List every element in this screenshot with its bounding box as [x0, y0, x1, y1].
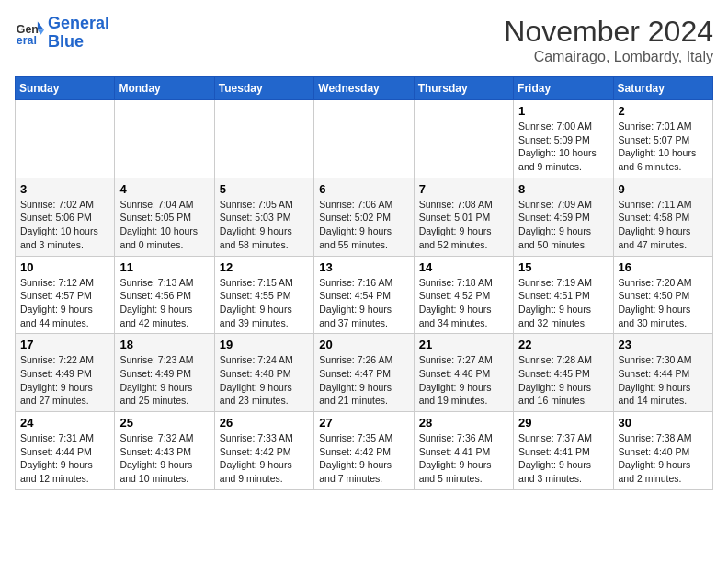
logo-text: GeneralBlue	[48, 15, 109, 52]
day-info: Sunrise: 7:02 AM Sunset: 5:06 PM Dayligh…	[20, 198, 109, 252]
day-number: 17	[20, 338, 109, 351]
calendar-week-row: 3Sunrise: 7:02 AM Sunset: 5:06 PM Daylig…	[16, 178, 713, 256]
day-number: 10	[20, 260, 109, 274]
day-info: Sunrise: 7:00 AM Sunset: 5:09 PM Dayligh…	[518, 120, 608, 174]
day-info: Sunrise: 7:38 AM Sunset: 4:40 PM Dayligh…	[619, 431, 708, 486]
day-info: Sunrise: 7:22 AM Sunset: 4:49 PM Dayligh…	[20, 353, 109, 408]
weekday-header-wednesday: Wednesday	[314, 77, 414, 100]
calendar-week-row: 10Sunrise: 7:12 AM Sunset: 4:57 PM Dayli…	[16, 256, 713, 334]
day-info: Sunrise: 7:05 AM Sunset: 5:03 PM Dayligh…	[220, 198, 309, 252]
weekday-header-monday: Monday	[115, 77, 214, 100]
calendar-week-row: 1Sunrise: 7:00 AM Sunset: 5:09 PM Daylig…	[16, 100, 713, 178]
day-number: 28	[419, 416, 508, 430]
calendar-cell: 16Sunrise: 7:20 AM Sunset: 4:50 PM Dayli…	[613, 256, 712, 334]
location-title: Camairago, Lombardy, Italy	[504, 49, 713, 65]
day-info: Sunrise: 7:31 AM Sunset: 4:44 PM Dayligh…	[20, 431, 109, 486]
day-info: Sunrise: 7:01 AM Sunset: 5:07 PM Dayligh…	[619, 120, 708, 174]
day-info: Sunrise: 7:09 AM Sunset: 4:59 PM Dayligh…	[518, 198, 608, 252]
day-info: Sunrise: 7:28 AM Sunset: 4:45 PM Dayligh…	[518, 353, 608, 408]
day-number: 20	[319, 338, 408, 351]
calendar-cell: 26Sunrise: 7:33 AM Sunset: 4:42 PM Dayli…	[214, 412, 313, 490]
day-number: 13	[319, 260, 408, 274]
svg-text:eral: eral	[17, 34, 37, 47]
logo: Gen eral GeneralBlue	[15, 15, 109, 52]
logo-icon: Gen eral	[15, 18, 44, 48]
day-info: Sunrise: 7:12 AM Sunset: 4:57 PM Dayligh…	[20, 276, 109, 330]
calendar-cell	[414, 100, 513, 178]
calendar-cell: 3Sunrise: 7:02 AM Sunset: 5:06 PM Daylig…	[16, 178, 115, 256]
day-number: 1	[518, 104, 608, 118]
day-number: 6	[319, 182, 408, 196]
day-number: 7	[419, 182, 508, 196]
day-info: Sunrise: 7:19 AM Sunset: 4:51 PM Dayligh…	[518, 276, 608, 330]
day-info: Sunrise: 7:15 AM Sunset: 4:55 PM Dayligh…	[220, 276, 309, 330]
day-number: 9	[619, 182, 708, 196]
calendar-cell: 7Sunrise: 7:08 AM Sunset: 5:01 PM Daylig…	[414, 178, 513, 256]
weekday-header-thursday: Thursday	[414, 77, 513, 100]
page-header: Gen eral GeneralBlue November 2024 Camai…	[15, 15, 713, 65]
calendar-cell: 18Sunrise: 7:23 AM Sunset: 4:49 PM Dayli…	[115, 334, 214, 412]
calendar-cell: 10Sunrise: 7:12 AM Sunset: 4:57 PM Dayli…	[16, 256, 115, 334]
day-number: 14	[419, 260, 508, 274]
day-number: 30	[619, 416, 708, 430]
day-number: 18	[119, 338, 209, 351]
calendar-cell: 27Sunrise: 7:35 AM Sunset: 4:42 PM Dayli…	[314, 412, 414, 490]
day-number: 19	[220, 338, 309, 351]
day-info: Sunrise: 7:33 AM Sunset: 4:42 PM Dayligh…	[220, 431, 309, 486]
day-info: Sunrise: 7:08 AM Sunset: 5:01 PM Dayligh…	[419, 198, 508, 252]
calendar-cell: 15Sunrise: 7:19 AM Sunset: 4:51 PM Dayli…	[514, 256, 613, 334]
calendar-cell: 4Sunrise: 7:04 AM Sunset: 5:05 PM Daylig…	[115, 178, 214, 256]
day-number: 2	[619, 104, 708, 118]
day-number: 15	[518, 260, 608, 274]
day-info: Sunrise: 7:06 AM Sunset: 5:02 PM Dayligh…	[319, 198, 408, 252]
day-number: 16	[619, 260, 708, 274]
calendar-cell: 20Sunrise: 7:26 AM Sunset: 4:47 PM Dayli…	[314, 334, 414, 412]
calendar-cell: 6Sunrise: 7:06 AM Sunset: 5:02 PM Daylig…	[314, 178, 414, 256]
calendar-cell: 25Sunrise: 7:32 AM Sunset: 4:43 PM Dayli…	[115, 412, 214, 490]
calendar-cell: 22Sunrise: 7:28 AM Sunset: 4:45 PM Dayli…	[514, 334, 613, 412]
calendar-cell: 19Sunrise: 7:24 AM Sunset: 4:48 PM Dayli…	[214, 334, 313, 412]
calendar-cell: 11Sunrise: 7:13 AM Sunset: 4:56 PM Dayli…	[115, 256, 214, 334]
day-number: 29	[518, 416, 608, 430]
day-info: Sunrise: 7:35 AM Sunset: 4:42 PM Dayligh…	[319, 431, 408, 486]
svg-marker-2	[38, 21, 44, 29]
title-block: November 2024 Camairago, Lombardy, Italy	[504, 15, 713, 65]
calendar-body: 1Sunrise: 7:00 AM Sunset: 5:09 PM Daylig…	[16, 100, 713, 490]
day-info: Sunrise: 7:24 AM Sunset: 4:48 PM Dayligh…	[220, 353, 309, 408]
day-info: Sunrise: 7:11 AM Sunset: 4:58 PM Dayligh…	[619, 198, 708, 252]
day-number: 21	[419, 338, 508, 351]
day-info: Sunrise: 7:04 AM Sunset: 5:05 PM Dayligh…	[119, 198, 209, 252]
calendar-cell: 24Sunrise: 7:31 AM Sunset: 4:44 PM Dayli…	[16, 412, 115, 490]
day-info: Sunrise: 7:18 AM Sunset: 4:52 PM Dayligh…	[419, 276, 508, 330]
day-number: 26	[220, 416, 309, 430]
calendar-cell: 12Sunrise: 7:15 AM Sunset: 4:55 PM Dayli…	[214, 256, 313, 334]
day-number: 8	[518, 182, 608, 196]
day-info: Sunrise: 7:30 AM Sunset: 4:44 PM Dayligh…	[619, 353, 708, 408]
calendar-cell	[214, 100, 313, 178]
day-number: 11	[119, 260, 209, 274]
weekday-header-sunday: Sunday	[16, 77, 115, 100]
calendar-cell: 28Sunrise: 7:36 AM Sunset: 4:41 PM Dayli…	[414, 412, 513, 490]
calendar-cell: 30Sunrise: 7:38 AM Sunset: 4:40 PM Dayli…	[613, 412, 712, 490]
calendar-cell: 13Sunrise: 7:16 AM Sunset: 4:54 PM Dayli…	[314, 256, 414, 334]
day-number: 12	[220, 260, 309, 274]
day-info: Sunrise: 7:16 AM Sunset: 4:54 PM Dayligh…	[319, 276, 408, 330]
day-number: 3	[20, 182, 109, 196]
day-info: Sunrise: 7:27 AM Sunset: 4:46 PM Dayligh…	[419, 353, 508, 408]
day-info: Sunrise: 7:26 AM Sunset: 4:47 PM Dayligh…	[319, 353, 408, 408]
calendar-cell	[16, 100, 115, 178]
weekday-header-friday: Friday	[514, 77, 613, 100]
month-title: November 2024	[504, 15, 713, 49]
day-number: 4	[119, 182, 209, 196]
day-info: Sunrise: 7:32 AM Sunset: 4:43 PM Dayligh…	[119, 431, 209, 486]
calendar-header: SundayMondayTuesdayWednesdayThursdayFrid…	[16, 77, 713, 100]
day-number: 22	[518, 338, 608, 351]
day-info: Sunrise: 7:20 AM Sunset: 4:50 PM Dayligh…	[619, 276, 708, 330]
calendar-cell: 29Sunrise: 7:37 AM Sunset: 4:41 PM Dayli…	[514, 412, 613, 490]
day-info: Sunrise: 7:23 AM Sunset: 4:49 PM Dayligh…	[119, 353, 209, 408]
calendar-cell: 17Sunrise: 7:22 AM Sunset: 4:49 PM Dayli…	[16, 334, 115, 412]
day-info: Sunrise: 7:37 AM Sunset: 4:41 PM Dayligh…	[518, 431, 608, 486]
calendar-cell: 5Sunrise: 7:05 AM Sunset: 5:03 PM Daylig…	[214, 178, 313, 256]
day-number: 23	[619, 338, 708, 351]
calendar-table: SundayMondayTuesdayWednesdayThursdayFrid…	[15, 76, 713, 490]
